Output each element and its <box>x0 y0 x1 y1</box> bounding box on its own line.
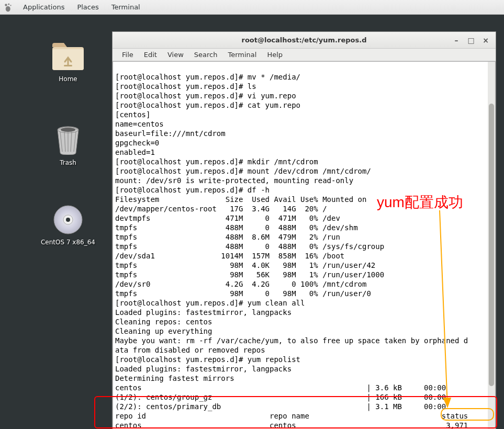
terminal-line: [root@localhost yum.repos.d]# yum repoli… <box>115 355 300 364</box>
svg-point-2 <box>10 5 11 6</box>
terminal-line: [root@localhost yum.repos.d]# mv * /medi… <box>115 73 300 81</box>
terminal-line: [root@localhost yum.repos.d]# df -h <box>115 186 270 194</box>
cdrom-icon[interactable]: CentOS 7 x86_64 <box>37 204 99 246</box>
terminal-line: Maybe you want: rm -rf /var/cache/yum, t… <box>115 336 468 345</box>
svg-point-9 <box>61 128 75 132</box>
annotation-highlight-red <box>94 396 497 428</box>
window-title: root@localhost:/etc/yum.repos.d <box>113 36 496 44</box>
terminal-line: [root@localhost yum.repos.d]# mkdir /mnt… <box>115 157 318 166</box>
terminal-line: ata from disabled or removed repos <box>115 346 265 354</box>
applications-menu[interactable]: Applications <box>17 3 71 11</box>
svg-point-3 <box>6 6 10 12</box>
terminal-line: enabled=1 <box>115 148 155 156</box>
terminal-line: baseurl=file:///mnt/cdrom <box>115 129 226 138</box>
terminal-menubar: File Edit View Search Terminal Help <box>113 49 496 61</box>
terminal-line: gpgcheck=0 <box>115 139 159 147</box>
terminal-line: [root@localhost yum.repos.d]# yum clean … <box>115 299 305 307</box>
minimize-button[interactable]: – <box>450 35 463 46</box>
terminal-line: Cleaning up everything <box>115 327 212 335</box>
terminal-line: tmpfs 98M 4.0K 98M 1% /run/user/42 <box>115 261 375 269</box>
terminal-line: name=centos <box>115 120 164 128</box>
terminal-line: tmpfs 488M 0 488M 0% /sys/fs/cgroup <box>115 242 384 251</box>
desktop[interactable]: Home Trash <box>0 15 504 429</box>
terminal-line: Determining fastest mirrors <box>115 374 234 382</box>
folder-icon <box>51 41 85 72</box>
gnome-foot-icon <box>3 2 14 13</box>
terminal-line: [root@localhost yum.repos.d]# mount /dev… <box>115 167 371 175</box>
home-folder-icon[interactable]: Home <box>37 41 99 83</box>
terminal-line: Cleaning repos: centos <box>115 318 212 326</box>
scrollbar-thumb[interactable] <box>489 104 494 386</box>
window-titlebar[interactable]: root@localhost:/etc/yum.repos.d – □ × <box>113 32 496 49</box>
top-panel: Applications Places Terminal <box>0 0 504 15</box>
terminal-line: tmpfs 488M 8.6M 479M 2% /run <box>115 233 340 241</box>
close-button[interactable]: × <box>479 35 492 46</box>
menu-help[interactable]: Help <box>262 51 288 59</box>
terminal-line: /dev/mapper/centos-root 17G 3.4G 14G 20%… <box>115 205 327 213</box>
terminal-taskbar-item[interactable]: Terminal <box>105 3 147 11</box>
terminal-line: [centos] <box>115 110 150 119</box>
annotation-highlight-orange <box>441 408 494 421</box>
svg-point-0 <box>5 4 7 6</box>
menu-file[interactable]: File <box>117 51 139 59</box>
cdrom-label: CentOS 7 x86_64 <box>37 239 99 246</box>
terminal-line: [root@localhost yum.repos.d]# cat yum.re… <box>115 101 300 109</box>
menu-view[interactable]: View <box>162 51 189 59</box>
trash-label: Trash <box>37 159 99 166</box>
terminal-line: /dev/sr0 4.2G 4.2G 0 100% /mnt/cdrom <box>115 280 366 288</box>
maximize-button[interactable]: □ <box>464 35 478 46</box>
svg-point-12 <box>66 218 70 222</box>
trash-bin-icon <box>51 125 85 156</box>
annotation-text: yum配置成功 <box>377 193 463 212</box>
menu-edit[interactable]: Edit <box>139 51 162 59</box>
terminal-line: Filesystem Size Used Avail Use% Mounted … <box>115 195 366 204</box>
window-controls: – □ × <box>450 32 492 49</box>
terminal-line: Loaded plugins: fastestmirror, langpacks <box>115 308 292 317</box>
terminal-line: [root@localhost yum.repos.d]# vi yum.rep… <box>115 92 296 100</box>
trash-icon[interactable]: Trash <box>37 125 99 166</box>
places-menu[interactable]: Places <box>71 3 105 11</box>
terminal-line: Loaded plugins: fastestmirror, langpacks <box>115 365 292 373</box>
terminal-line: tmpfs 98M 56K 98M 1% /run/user/1000 <box>115 270 384 279</box>
menu-search[interactable]: Search <box>189 51 223 59</box>
terminal-line: centos | 3.6 kB 00:00 <box>115 383 468 392</box>
terminal-line: tmpfs 488M 0 488M 0% /dev/shm <box>115 223 358 232</box>
home-label: Home <box>37 75 99 83</box>
terminal-line: tmpfs 98M 0 98M 0% /run/user/0 <box>115 289 371 298</box>
terminal-line: /dev/sda1 1014M 157M 858M 16% /boot <box>115 252 344 260</box>
terminal-line: mount: /dev/sr0 is write-protected, moun… <box>115 176 353 185</box>
terminal-window: root@localhost:/etc/yum.repos.d – □ × Fi… <box>112 31 496 429</box>
terminal-body[interactable]: [root@localhost yum.repos.d]# mv * /medi… <box>113 61 496 429</box>
disc-icon <box>51 204 85 235</box>
terminal-line: devtmpfs 471M 0 471M 0% /dev <box>115 214 340 222</box>
terminal-line: [root@localhost yum.repos.d]# ls <box>115 82 256 91</box>
menu-terminal[interactable]: Terminal <box>222 51 262 59</box>
svg-rect-6 <box>64 65 72 66</box>
terminal-scrollbar[interactable] <box>488 62 495 429</box>
svg-point-1 <box>8 3 9 5</box>
